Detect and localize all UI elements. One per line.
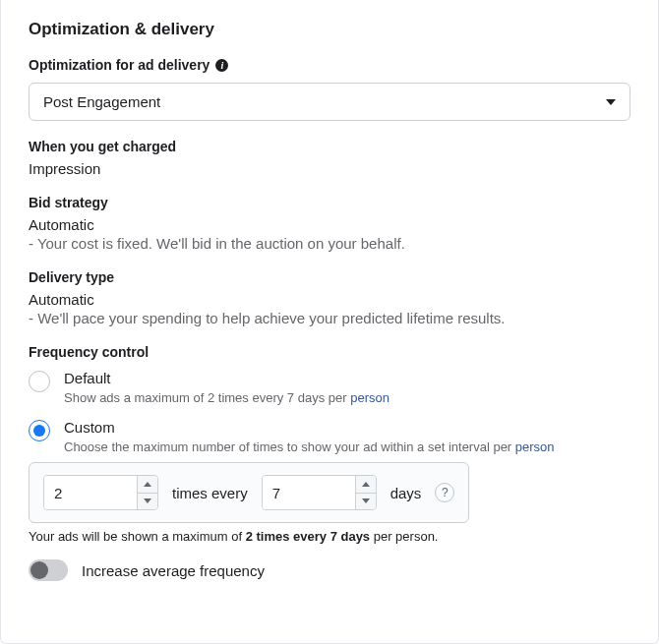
increase-frequency-row: Increase average frequency: [29, 557, 630, 581]
optimization-select-value: Post Engagement: [43, 93, 160, 110]
help-icon[interactable]: ?: [435, 483, 454, 502]
delivery-field: Delivery type Automatic - We'll pace you…: [29, 269, 630, 326]
arrow-down-icon: [144, 498, 151, 503]
charged-field: When you get charged Impression: [29, 139, 630, 177]
optimization-select[interactable]: Post Engagement: [29, 83, 630, 121]
delivery-value: Automatic: [29, 291, 630, 308]
interval-step-down[interactable]: [356, 493, 376, 510]
optimization-label: Optimization for ad delivery i: [29, 57, 630, 73]
interval-step-up[interactable]: [356, 476, 376, 493]
optimization-label-text: Optimization for ad delivery: [29, 57, 210, 73]
charged-label: When you get charged: [29, 139, 630, 154]
times-label: times every: [172, 485, 248, 501]
radio-custom-title: Custom: [64, 419, 630, 436]
increase-frequency-toggle[interactable]: [29, 559, 68, 581]
radio-default-desc: Show ads a maximum of 2 times every 7 da…: [64, 390, 630, 405]
frequency-label: Frequency control: [29, 344, 630, 360]
bid-label: Bid strategy: [29, 195, 630, 210]
times-input[interactable]: [44, 476, 137, 509]
interval-stepper[interactable]: [262, 475, 377, 510]
interval-input[interactable]: [263, 476, 355, 509]
frequency-summary: Your ads will be shown a maximum of 2 ti…: [29, 529, 630, 544]
info-icon[interactable]: i: [215, 59, 228, 72]
person-link[interactable]: person: [515, 439, 555, 454]
bid-field: Bid strategy Automatic - Your cost is fi…: [29, 195, 630, 252]
radio-custom[interactable]: [29, 420, 50, 441]
arrow-up-icon: [144, 482, 151, 487]
increase-frequency-label: Increase average frequency: [82, 562, 265, 579]
radio-custom-desc: Choose the maximum number of times to sh…: [64, 439, 630, 454]
bid-subtext: - Your cost is fixed. We'll bid in the a…: [29, 235, 630, 252]
frequency-option-custom[interactable]: Custom Choose the maximum number of time…: [29, 419, 630, 454]
frequency-custom-controls: times every days ?: [29, 462, 469, 523]
bid-value: Automatic: [29, 216, 630, 233]
frequency-field: Frequency control Default Show ads a max…: [29, 344, 630, 581]
times-step-down[interactable]: [138, 493, 157, 510]
times-stepper[interactable]: [43, 475, 158, 510]
arrow-down-icon: [362, 498, 370, 503]
optimization-field: Optimization for ad delivery i Post Enga…: [29, 57, 630, 121]
frequency-option-default[interactable]: Default Show ads a maximum of 2 times ev…: [29, 370, 630, 405]
chevron-down-icon: [606, 99, 616, 105]
arrow-up-icon: [362, 482, 370, 487]
delivery-label: Delivery type: [29, 269, 630, 285]
person-link[interactable]: person: [350, 390, 389, 405]
charged-value: Impression: [29, 160, 630, 177]
radio-default[interactable]: [29, 371, 50, 392]
radio-default-title: Default: [64, 370, 630, 386]
times-step-up[interactable]: [138, 476, 157, 493]
optimization-delivery-card: Optimization & delivery Optimization for…: [0, 0, 659, 644]
interval-label: days: [390, 485, 422, 501]
delivery-subtext: - We'll pace your spending to help achie…: [29, 310, 630, 326]
toggle-knob: [30, 561, 48, 579]
section-title: Optimization & delivery: [29, 20, 630, 39]
